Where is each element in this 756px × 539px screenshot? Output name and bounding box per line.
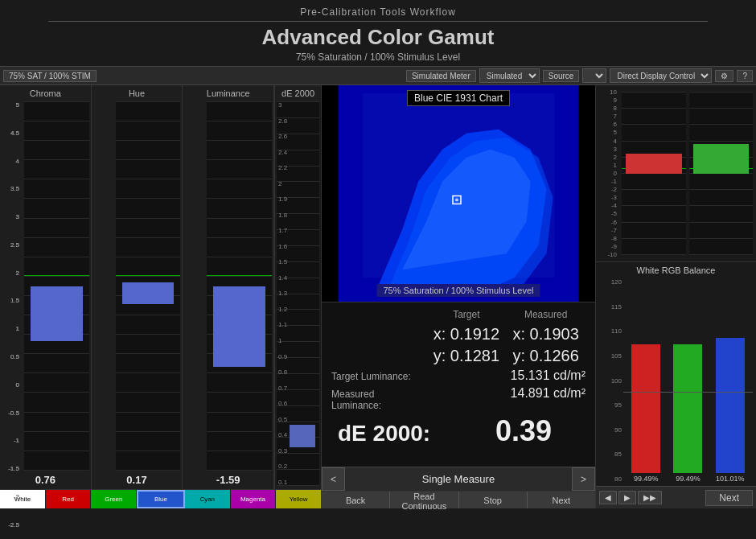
settings-btn[interactable]: ⚙ [715,70,733,82]
rgb-val-green: 99.49% [676,475,701,483]
de-label: dE 2000: [331,421,462,446]
prev-measure-btn[interactable]: < [322,467,345,491]
right-top-meters: 109876 54321 0-1-2-3-4 -5-6-7-8-9 -10 [596,85,756,262]
chroma-value: 0.76 [35,474,55,486]
rgb-bar-red: 99.49% [627,278,665,483]
chart-title: Blue CIE 1931 Chart [407,90,510,106]
simulated-meter-select[interactable]: Simulated [479,68,540,83]
source-label: Source [543,70,580,82]
cie-chart-area: Blue CIE 1931 Chart 75% Saturation / 100… [322,85,595,302]
right-next-btn[interactable]: Next [705,490,753,506]
toolbar-badge: 75% SAT / 100% STIM [3,70,97,82]
swatch-magenta[interactable]: Magenta [231,490,277,508]
workflow-title: Pre-Calibration Tools Workflow [48,6,708,22]
swatch-cyan[interactable]: Cyan [185,490,231,508]
luminance-value: -1.59 [216,474,240,486]
hue-meter: Hue 54.543.53 2.521.510.5 0-0.5-1-1.5-2 … [92,85,183,489]
toolbar: 75% SAT / 100% STIM Simulated Meter Simu… [0,66,756,85]
right-prev-btn[interactable]: ◀ [599,491,617,504]
rgb-balance-title: White RGB Balance [599,265,753,275]
cie-chart-svg [322,85,595,302]
rgb-bar-blue: 101.01% [711,278,750,483]
right-axis: 109876 54321 0-1-2-3-4 -5-6-7-8-9 -10 [596,85,618,261]
source-select[interactable] [582,68,606,83]
measure-controls: < Single Measure > [322,467,595,491]
y-measured: y: 0.1266 [506,347,585,365]
swatch-red[interactable]: Red [46,490,92,508]
de2000-label: dE 2000 [281,88,314,98]
measurement-data: Target Measured x: 0.1912 x: 0.1903 y: 0… [322,302,595,467]
page-description: 75% Saturation / 100% Stimulus Level [0,51,756,63]
swatch-blue[interactable]: Blue [137,490,185,508]
hue-label: Hue [129,88,145,98]
measured-lum: 14.891 cd/m² [427,386,586,401]
nav-row: Back Read Continuous Stop Next [322,491,595,508]
target-header: Target [427,309,507,320]
svg-point-6 [455,198,458,201]
back-nav-btn[interactable]: Back [322,492,390,508]
swatch-green[interactable]: Green [91,490,137,508]
read-continuous-btn[interactable]: Read Continuous [390,492,458,508]
de-value: 0.39 [462,414,585,448]
x-measured: x: 0.1903 [506,325,585,344]
rgb-bar-green: 99.49% [668,278,707,483]
right-bars [618,85,756,261]
x-target: x: 0.1912 [427,325,507,344]
target-lum-label: Target Luminance: [331,371,427,382]
next-nav-btn[interactable]: Next [528,492,595,508]
right-panel: 109876 54321 0-1-2-3-4 -5-6-7-8-9 -10 [595,85,756,508]
rgb-val-blue: 101.01% [716,475,745,483]
right-next-small-btn[interactable]: ▶ [618,491,636,504]
y-target: y: 0.1281 [427,347,507,365]
target-lum: 15.131 cd/m² [427,368,586,383]
luminance-meter: Luminance 54.543.53 2.521.510.5 0-0.5-1-… [183,85,274,489]
measured-header: Measured [506,309,585,320]
chart-subtitle: 75% Saturation / 100% Stimulus Level [376,284,540,297]
next-measure-btn[interactable]: > [572,467,595,491]
single-measure-label: Single Measure [345,473,572,485]
rgb-axis: 120115110105 10095908580 [599,278,623,483]
rgb-bars: 99.49% 99.49% 101.01% [623,278,753,483]
left-panel: Chroma 54.543.53 2.521.510.5 0-0.5-1-1.5… [0,85,322,508]
stop-btn[interactable]: Stop [459,492,528,508]
page-title: Advanced Color Gamut [0,25,756,50]
de2000-col: dE 2000 32.82.62.42.2 [274,85,321,489]
display-control-select[interactable]: Direct Display Control [610,68,712,83]
rgb-val-red: 99.49% [634,475,659,483]
measured-lum-label: Measured Luminance: [331,389,427,411]
luminance-label: Luminance [207,88,250,98]
help-btn[interactable]: ? [737,70,753,82]
chroma-label: Chroma [30,88,61,98]
middle-panel: Blue CIE 1931 Chart 75% Saturation / 100… [322,85,595,508]
luminance-axis: 54.543.53 2.521.510.5 0-0.5-1-1.5-2 -2.5… [0,101,19,539]
rgb-balance: White RGB Balance 120115110105 100959085… [596,262,756,486]
swatch-yellow[interactable]: Yellow [276,490,321,508]
hue-value: 0.17 [126,474,146,486]
swatches-row: White Red Green Blue Cyan Magenta Yellow [0,489,321,508]
simulated-meter-label: Simulated Meter [406,70,476,82]
right-last-btn[interactable]: ▶▶ [638,491,662,504]
